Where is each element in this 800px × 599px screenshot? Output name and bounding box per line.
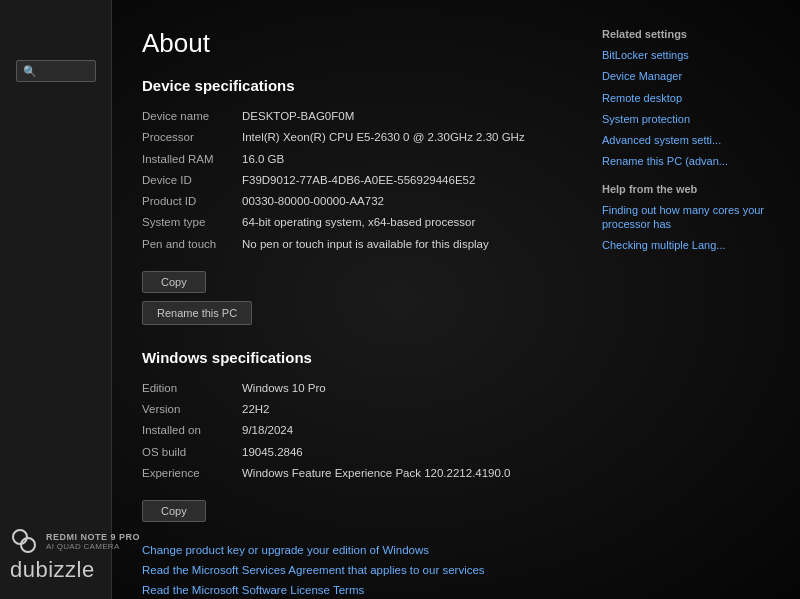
spec-label: Pen and touch bbox=[142, 234, 242, 255]
related-setting-link[interactable]: Device Manager bbox=[602, 69, 790, 83]
device-spec-row: Installed RAM16.0 GB bbox=[142, 149, 570, 170]
spec-label: Product ID bbox=[142, 191, 242, 212]
spec-value: Intel(R) Xeon(R) CPU E5-2630 0 @ 2.30GHz… bbox=[242, 127, 570, 148]
windows-spec-row: EditionWindows 10 Pro bbox=[142, 378, 570, 399]
spec-value: 9/18/2024 bbox=[242, 420, 570, 441]
footer-link[interactable]: Change product key or upgrade your editi… bbox=[142, 544, 570, 556]
spec-label: OS build bbox=[142, 442, 242, 463]
watermark-area: REDMI NOTE 9 PRO AI QUAD CAMERA dubizzle bbox=[0, 521, 200, 589]
spec-label: Experience bbox=[142, 463, 242, 484]
device-spec-row: Device IDF39D9012-77AB-4DB6-A0EE-5569294… bbox=[142, 170, 570, 191]
spec-value: 16.0 GB bbox=[242, 149, 570, 170]
help-link[interactable]: Checking multiple Lang... bbox=[602, 238, 790, 252]
spec-value: 00330-80000-00000-AA732 bbox=[242, 191, 570, 212]
rename-pc-button[interactable]: Rename this PC bbox=[142, 301, 252, 325]
related-links: BitLocker settingsDevice ManagerRemote d… bbox=[602, 48, 790, 169]
copy-button-windows[interactable]: Copy bbox=[142, 500, 206, 522]
spec-value: Windows Feature Experience Pack 120.2212… bbox=[242, 463, 570, 484]
site-name: dubizzle bbox=[10, 557, 190, 583]
related-setting-link[interactable]: BitLocker settings bbox=[602, 48, 790, 62]
spec-value: DESKTOP-BAG0F0M bbox=[242, 106, 570, 127]
sidebar: 🔍 bbox=[0, 0, 112, 599]
spec-value: No pen or touch input is available for t… bbox=[242, 234, 570, 255]
help-title: Help from the web bbox=[602, 183, 790, 195]
copy-button-device[interactable]: Copy bbox=[142, 271, 206, 293]
device-spec-row: Device nameDESKTOP-BAG0F0M bbox=[142, 106, 570, 127]
svg-point-1 bbox=[21, 538, 35, 552]
svg-point-0 bbox=[13, 530, 27, 544]
related-setting-link[interactable]: System protection bbox=[602, 112, 790, 126]
page-title: About bbox=[142, 28, 570, 59]
search-box[interactable]: 🔍 bbox=[16, 60, 96, 82]
windows-spec-row: ExperienceWindows Feature Experience Pac… bbox=[142, 463, 570, 484]
device-specs-table: Device nameDESKTOP-BAG0F0MProcessorIntel… bbox=[142, 106, 570, 255]
device-spec-row: System type64-bit operating system, x64-… bbox=[142, 212, 570, 233]
spec-label: Device ID bbox=[142, 170, 242, 191]
device-specs-title: Device specifications bbox=[142, 77, 570, 94]
brand-logo-icon bbox=[10, 527, 38, 555]
spec-label: Edition bbox=[142, 378, 242, 399]
windows-spec-row: OS build19045.2846 bbox=[142, 442, 570, 463]
spec-value: F39D9012-77AB-4DB6-A0EE-556929446E52 bbox=[242, 170, 570, 191]
watermark-logo: REDMI NOTE 9 PRO AI QUAD CAMERA bbox=[10, 527, 190, 555]
spec-label: Installed on bbox=[142, 420, 242, 441]
spec-value: 22H2 bbox=[242, 399, 570, 420]
spec-value: 19045.2846 bbox=[242, 442, 570, 463]
spec-label: Processor bbox=[142, 127, 242, 148]
windows-spec-row: Version22H2 bbox=[142, 399, 570, 420]
help-link[interactable]: Finding out how many cores your processo… bbox=[602, 203, 790, 232]
main-content: About Device specifications Device nameD… bbox=[112, 0, 600, 599]
spec-label: Installed RAM bbox=[142, 149, 242, 170]
camera-label: AI QUAD CAMERA bbox=[46, 542, 140, 551]
windows-spec-row: Installed on9/18/2024 bbox=[142, 420, 570, 441]
windows-specs-table: EditionWindows 10 ProVersion22H2Installe… bbox=[142, 378, 570, 484]
device-spec-row: Product ID00330-80000-00000-AA732 bbox=[142, 191, 570, 212]
related-setting-link[interactable]: Rename this PC (advan... bbox=[602, 154, 790, 168]
windows-specs-title: Windows specifications bbox=[142, 349, 570, 366]
spec-label: System type bbox=[142, 212, 242, 233]
device-spec-row: Pen and touchNo pen or touch input is av… bbox=[142, 234, 570, 255]
help-links: Finding out how many cores your processo… bbox=[602, 203, 790, 253]
related-setting-link[interactable]: Remote desktop bbox=[602, 91, 790, 105]
spec-value: Windows 10 Pro bbox=[242, 378, 570, 399]
related-settings-title: Related settings bbox=[602, 28, 790, 40]
search-icon: 🔍 bbox=[23, 65, 37, 78]
related-setting-link[interactable]: Advanced system setti... bbox=[602, 133, 790, 147]
device-spec-row: ProcessorIntel(R) Xeon(R) CPU E5-2630 0 … bbox=[142, 127, 570, 148]
footer-link[interactable]: Read the Microsoft Software License Term… bbox=[142, 584, 570, 596]
spec-label: Device name bbox=[142, 106, 242, 127]
brand-name: REDMI NOTE 9 PRO bbox=[46, 532, 140, 542]
links-container: Change product key or upgrade your editi… bbox=[142, 544, 570, 596]
spec-label: Version bbox=[142, 399, 242, 420]
spec-value: 64-bit operating system, x64-based proce… bbox=[242, 212, 570, 233]
footer-link[interactable]: Read the Microsoft Services Agreement th… bbox=[142, 564, 570, 576]
right-panel: Related settings BitLocker settingsDevic… bbox=[602, 28, 790, 260]
